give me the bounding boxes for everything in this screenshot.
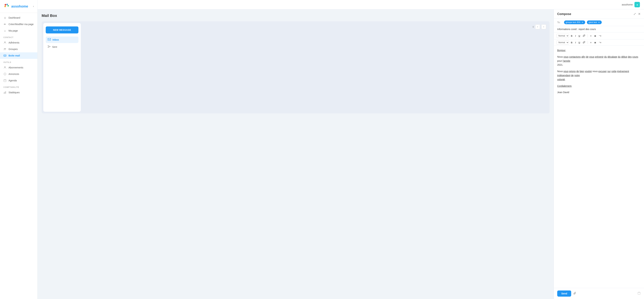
svg-rect-7 bbox=[4, 55, 6, 56]
sidebar-item-groupes[interactable]: Groupes bbox=[0, 46, 37, 52]
content-area: Mail Box NEW MESSAGE Inbox bbox=[38, 10, 554, 299]
compose-body[interactable]: Bonjour, Nous vous contactons afin de vo… bbox=[554, 46, 644, 288]
svg-rect-15 bbox=[4, 92, 4, 94]
svg-rect-16 bbox=[4, 92, 5, 94]
link-button[interactable] bbox=[582, 34, 586, 38]
inbox-icon bbox=[48, 38, 51, 41]
sidebar-item-label: Annonces bbox=[8, 73, 19, 76]
prev-page-button[interactable]: ‹ bbox=[535, 24, 540, 29]
sidebar-item-abonnements[interactable]: Abonnements bbox=[0, 64, 37, 71]
svg-point-2 bbox=[8, 5, 9, 6]
svg-rect-18 bbox=[48, 38, 51, 40]
ordered-list-button-2[interactable]: ≡ bbox=[589, 41, 592, 44]
compose-panel: Compose ⤢ ✕ To: groupe test JDS ✕ gtest … bbox=[554, 10, 644, 299]
new-message-button[interactable]: NEW MESSAGE bbox=[46, 26, 78, 34]
compose-subject[interactable]: Informations covid : report des cours bbox=[554, 26, 644, 32]
sidebar-item-label: Groupes bbox=[8, 48, 18, 50]
indent-button[interactable]: ⁻≡ bbox=[598, 34, 602, 38]
sidebar-item-annonces[interactable]: i Annonces bbox=[0, 71, 37, 77]
bold-button[interactable]: B bbox=[570, 34, 573, 38]
ordered-list-button[interactable]: ≡ bbox=[589, 34, 592, 38]
expand-button[interactable]: ⤢ bbox=[634, 12, 636, 16]
format-select-2[interactable]: Normal bbox=[556, 40, 569, 44]
close-compose-button[interactable]: ✕ bbox=[638, 12, 640, 16]
underline-button-2[interactable]: U bbox=[578, 41, 581, 44]
sidebar-item-boite-mail[interactable]: Boite mail bbox=[0, 52, 37, 59]
unordered-list-button[interactable]: ≣ bbox=[593, 34, 597, 38]
sidebar-item-label: Abonnements bbox=[8, 66, 23, 69]
mailbox-wrapper: NEW MESSAGE Inbox Sent bbox=[42, 21, 550, 114]
sidebar: assohome ‹ ◇ Dashboard ✏ Créer/Modifier … bbox=[0, 0, 38, 299]
avatar: a bbox=[634, 2, 640, 7]
logo-icon bbox=[4, 3, 10, 10]
sidebar-item-label: Dashboard bbox=[8, 16, 20, 19]
sidebar-item-label: Agenda bbox=[8, 79, 17, 82]
to-label: To: bbox=[557, 21, 562, 24]
sidebar-nav: ◇ Dashboard ✏ Créer/Modifier ma page ⌂ M… bbox=[0, 13, 37, 299]
subscription-icon bbox=[4, 66, 6, 69]
recipient-name: groupe test JDS bbox=[566, 21, 580, 24]
section-comptabilite: COMPTABILITÉ bbox=[0, 84, 37, 89]
section-outils: OUTILS bbox=[0, 59, 37, 64]
dashboard-icon: ◇ bbox=[4, 16, 6, 19]
section-contact: CONTACT bbox=[0, 34, 37, 40]
recipient-name: gtest test bbox=[588, 21, 597, 24]
sidebar-item-adherents[interactable]: Adhérents bbox=[0, 40, 37, 46]
mail-folder-sent[interactable]: Sent bbox=[46, 44, 78, 50]
underline-button[interactable]: U bbox=[578, 34, 581, 38]
sidebar-item-dashboard[interactable]: ◇ Dashboard bbox=[0, 14, 37, 21]
send-button[interactable]: Send bbox=[557, 290, 571, 296]
agenda-icon bbox=[4, 79, 6, 82]
unordered-list-button-2[interactable]: ≣ bbox=[593, 41, 597, 44]
attach-button[interactable] bbox=[573, 292, 576, 296]
group-icon bbox=[4, 48, 6, 51]
body-closing: Cordialement, bbox=[557, 84, 572, 87]
sidebar-item-ma-page[interactable]: ⌂ Ma page bbox=[0, 28, 37, 34]
svg-rect-17 bbox=[6, 91, 6, 94]
announce-icon: i bbox=[4, 72, 6, 76]
pagination-count: 0 bbox=[533, 26, 534, 28]
sidebar-item-label: Boite mail bbox=[8, 54, 20, 57]
toolbar-divider-2 bbox=[588, 41, 588, 44]
user-icon bbox=[4, 41, 6, 44]
compose-to-row: To: groupe test JDS ✕ gtest test ✕ bbox=[554, 19, 644, 26]
recipient-tag-1: groupe test JDS ✕ bbox=[564, 20, 585, 24]
recipient-tag-2: gtest test ✕ bbox=[587, 20, 602, 24]
svg-point-0 bbox=[4, 4, 6, 6]
italic-button-2[interactable]: I bbox=[574, 41, 577, 44]
toolbar-divider bbox=[588, 34, 588, 37]
compose-title: Compose bbox=[557, 12, 571, 16]
edit-icon: ✏ bbox=[4, 23, 6, 26]
folder-label: Inbox bbox=[52, 38, 59, 41]
sidebar-item-label: Ma page bbox=[8, 29, 18, 32]
remove-recipient-2[interactable]: ✕ bbox=[598, 21, 600, 24]
remove-recipient-1[interactable]: ✕ bbox=[582, 21, 584, 24]
indent-button-2[interactable]: ⁻≡ bbox=[598, 41, 602, 44]
sidebar-item-label: Créer/Modifier ma page bbox=[8, 23, 34, 26]
mail-folder-inbox[interactable]: Inbox bbox=[46, 36, 78, 43]
delete-compose-button[interactable] bbox=[638, 292, 640, 296]
user-badge: assohome a bbox=[622, 2, 640, 7]
italic-button[interactable]: I bbox=[574, 34, 577, 38]
body-nous: Nous bbox=[557, 56, 564, 58]
home-icon: ⌂ bbox=[4, 29, 6, 32]
folder-label: Sent bbox=[52, 46, 57, 48]
sidebar-item-create-page[interactable]: ✏ Créer/Modifier ma page bbox=[0, 21, 37, 28]
collapse-button[interactable]: ‹ bbox=[33, 5, 34, 8]
compose-toolbar: Normal B I U ≡ ≣ ⁻≡ bbox=[554, 32, 644, 40]
link-button-2[interactable] bbox=[582, 41, 586, 44]
mail-icon bbox=[4, 54, 6, 57]
next-page-button[interactable]: › bbox=[541, 24, 546, 29]
compose-footer: Send bbox=[554, 288, 644, 299]
svg-marker-19 bbox=[48, 46, 50, 48]
format-select[interactable]: Normal bbox=[556, 34, 569, 38]
sidebar-item-agenda[interactable]: Agenda bbox=[0, 77, 37, 84]
body-signature: Jean David bbox=[557, 90, 640, 94]
mail-sidebar: NEW MESSAGE Inbox Sent bbox=[43, 23, 81, 112]
svg-point-3 bbox=[4, 6, 6, 7]
mail-list-header: 0 ‹ › bbox=[84, 23, 548, 30]
sidebar-item-label: Statitiques bbox=[8, 91, 20, 94]
sidebar-item-statistiques[interactable]: Statitiques bbox=[0, 89, 37, 96]
bold-button-2[interactable]: B bbox=[570, 41, 573, 44]
logo-text: assohome bbox=[11, 4, 28, 8]
